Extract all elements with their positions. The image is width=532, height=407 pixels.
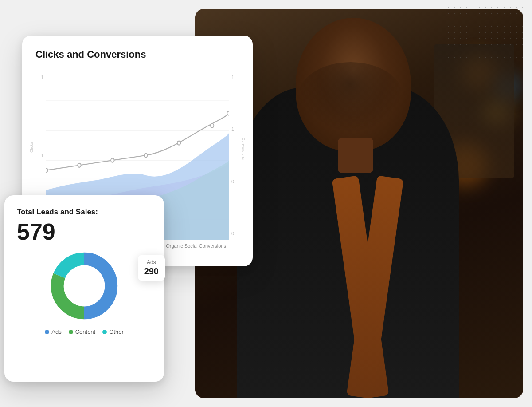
legend-ads: Ads <box>45 328 61 335</box>
legend-label-ads: Ads <box>51 328 61 335</box>
chart-legend: Ads Content Other <box>17 328 152 335</box>
clicks-label: Clicks <box>29 142 34 153</box>
legend-other: Other <box>102 328 124 335</box>
dot-1 <box>46 168 48 172</box>
y-axis-right: 1 1 0 0 Conversions <box>229 71 239 240</box>
dot-6 <box>211 123 214 127</box>
legend-dot-ads <box>45 330 49 334</box>
legend-label-other: Other <box>109 328 124 335</box>
y-right-4: 0 <box>231 231 239 236</box>
legend-dot-other <box>102 330 107 334</box>
dot-4 <box>144 154 147 158</box>
leads-sales-card: Total Leads and Sales: 579 Ads 290 <box>4 195 164 382</box>
legend-dot-content <box>69 330 73 334</box>
y-left-2: 1 <box>35 153 43 158</box>
donut-wrapper: Ads 290 <box>17 250 152 321</box>
dot-pattern <box>439 4 528 58</box>
dot-5 <box>177 141 180 145</box>
tooltip-label: Ads <box>144 259 159 265</box>
neck <box>338 138 373 173</box>
face-shadow <box>297 62 404 133</box>
tooltip-value: 290 <box>144 266 159 277</box>
y-right-3: 0 <box>231 179 239 184</box>
conversions-label: Conversions <box>241 138 246 160</box>
dot-3 <box>111 158 114 162</box>
donut-svg <box>49 250 120 321</box>
y-left-1: 1 <box>35 75 43 80</box>
leads-total: 579 <box>17 220 152 243</box>
y-right-2: 1 <box>231 126 239 132</box>
dot-2 <box>78 163 81 167</box>
ads-tooltip: Ads 290 <box>138 255 165 281</box>
y-right-1: 1 <box>231 75 239 80</box>
legend-label-content: Content <box>75 328 96 335</box>
leads-title: Total Leads and Sales: <box>17 208 152 217</box>
clicks-card-title: Clicks and Conversions <box>35 49 239 60</box>
legend-content: Content <box>69 328 96 335</box>
donut-chart <box>49 250 120 321</box>
